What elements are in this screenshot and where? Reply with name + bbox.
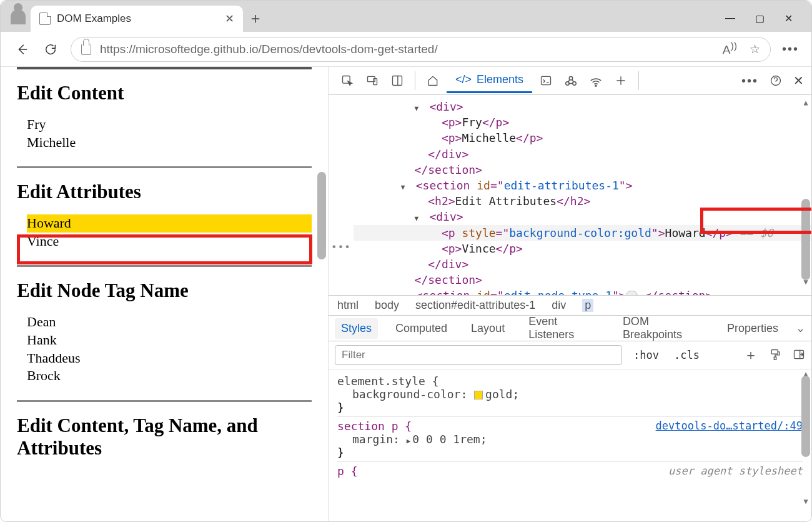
url-text: https://microsoftedge.github.io/Demos/de… [100,43,438,56]
device-emulation-icon[interactable] [361,69,384,92]
scroll-up-icon[interactable]: ▲ [801,98,810,108]
inspect-element-icon[interactable] [336,69,359,92]
color-swatch-icon[interactable] [474,391,483,399]
scrollbar-thumb[interactable] [801,199,810,280]
crumb[interactable]: body [375,299,399,312]
maximize-icon[interactable]: ▢ [755,13,765,24]
help-icon[interactable] [765,69,787,92]
scroll-down-icon[interactable]: ▼ [801,277,810,288]
section-heading: Edit Node Tag Name [17,279,312,302]
list-item[interactable]: Dean [27,313,312,331]
styles-scrollbar[interactable]: ▲ ▼ [801,372,810,503]
welcome-tab-icon[interactable] [422,69,444,92]
new-tab-button[interactable]: ＋ [243,6,268,31]
list-item[interactable]: Brock [27,367,312,385]
scroll-down-icon[interactable]: ▼ [801,497,810,506]
user-icon [11,9,26,24]
dom-scrollbar[interactable]: ▲ ▼ [801,99,810,286]
close-tab-icon[interactable]: ✕ [225,12,234,26]
hov-toggle[interactable]: :hov [630,348,663,363]
styles-tab[interactable]: Styles [335,318,378,339]
properties-tab[interactable]: Properties [721,318,785,339]
address-bar[interactable]: https://microsoftedge.github.io/Demos/de… [71,37,771,62]
browser-tab[interactable]: DOM Examples ✕ [31,6,243,32]
dom-selected-row[interactable]: <p style="background-color:gold">Howard<… [354,225,811,241]
code-icon: </> [455,73,472,86]
minimize-icon[interactable]: ― [725,13,735,24]
more-tabs-icon[interactable] [610,69,632,92]
collapsed-ellipsis-icon[interactable]: ⋯ [626,291,638,295]
section-heading: Edit Attributes [17,181,312,203]
ua-stylesheet-label: user agent stylesheet [668,464,803,477]
crumb[interactable]: html [337,299,359,312]
crumb[interactable]: section#edit-attributes-1 [415,299,535,312]
expand-shorthand-icon[interactable]: ▶ [407,437,411,445]
source-link[interactable]: devtools-do…started/:49 [656,419,803,432]
svg-rect-10 [771,349,778,354]
styles-tabbar: Styles Computed Layout Event Listeners D… [329,315,811,341]
layout-tab[interactable]: Layout [465,318,511,339]
console-tab-icon[interactable] [535,69,557,92]
list-item[interactable]: Vince [27,233,312,251]
more-tabs-chevron-icon[interactable]: ⌄ [796,321,805,335]
list-item[interactable]: Michelle [27,134,312,152]
styles-filter-bar: :hov .cls ＋ [329,341,811,369]
dom-breakpoints-tab[interactable]: DOM Breakpoints [616,311,710,345]
svg-point-8 [595,85,597,86]
page-icon [39,13,51,25]
browser-toolbar: https://microsoftedge.github.io/Demos/de… [1,32,811,67]
section-heading: Edit Content [17,82,312,104]
section-heading: Edit Content, Tag Name, and Attributes [17,414,312,459]
favorite-icon[interactable]: ☆ [750,42,760,56]
lock-icon [81,44,91,55]
svg-rect-3 [393,76,402,86]
close-devtools-icon[interactable]: ✕ [793,73,804,88]
page-scrollbar[interactable] [317,72,326,509]
page-content-pane: Edit Content Fry Michelle Edit Attribute… [1,67,329,522]
profile-button[interactable] [6,4,31,29]
refresh-button[interactable] [42,41,59,58]
devtools-tabbar: </> Elements ••• ✕ [329,67,811,95]
crumb[interactable]: div [552,299,566,312]
browser-tabstrip: DOM Examples ✕ ＋ ― ▢ ✕ [1,1,811,32]
computed-tab[interactable]: Computed [389,318,453,339]
event-listeners-tab[interactable]: Event Listeners [522,311,605,345]
devtools-menu-icon[interactable]: ••• [741,74,758,88]
svg-rect-1 [368,76,375,81]
network-tab-icon[interactable] [585,69,607,92]
dock-side-icon[interactable] [386,69,408,92]
dom-tree[interactable]: ••• <div> <p>Fry</p> <p>Michelle</p> </d… [329,95,811,295]
new-style-rule-icon[interactable]: ＋ [744,346,758,364]
scrollbar-thumb[interactable] [317,172,326,259]
window-controls: ― ▢ ✕ [725,13,805,32]
paint-icon[interactable] [769,348,781,363]
read-aloud-icon[interactable]: A)) [723,41,737,57]
back-button[interactable] [13,41,31,58]
computed-sidebar-icon[interactable] [793,348,805,363]
svg-rect-11 [774,357,776,359]
tab-title: DOM Examples [57,13,131,25]
svg-rect-4 [542,76,551,84]
browser-menu-button[interactable]: ••• [782,42,799,56]
list-item[interactable]: Hank [27,331,312,349]
scrollbar-thumb[interactable] [801,376,810,457]
crumb-active[interactable]: p [582,299,593,312]
devtools-pane: </> Elements ••• ✕ ••• <div> <p>Fry</p> [329,67,811,522]
close-window-icon[interactable]: ✕ [785,13,793,24]
styles-filter-input[interactable] [335,345,622,365]
sources-tab-icon[interactable] [560,69,582,92]
list-item[interactable]: Fry [27,116,312,134]
elements-tab[interactable]: </> Elements [447,68,532,93]
row-actions-icon[interactable]: ••• [331,241,351,254]
list-item[interactable]: Thaddeus [27,349,312,368]
list-item-highlighted[interactable]: Howard [27,214,312,233]
cls-toggle[interactable]: .cls [670,348,703,363]
styles-rules[interactable]: element.style { background-color: gold; … [329,369,811,522]
